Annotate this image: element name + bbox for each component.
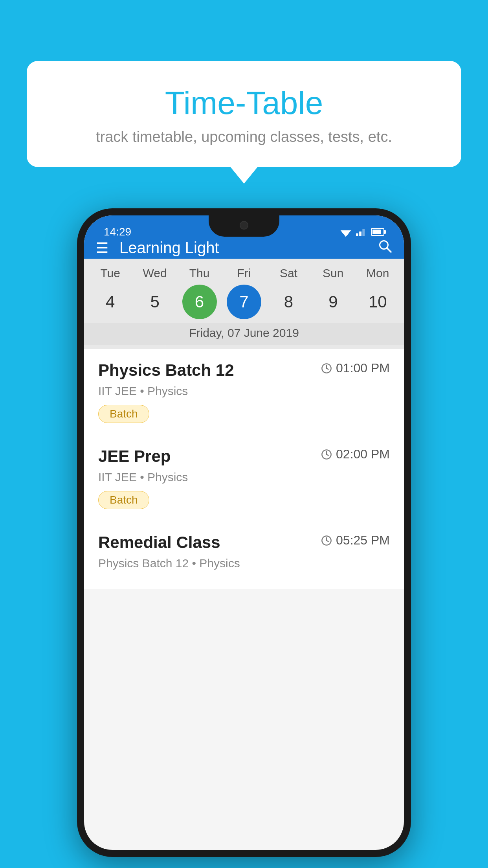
- status-bar: 14:29: [104, 223, 384, 241]
- clock-icon: [321, 535, 332, 546]
- svg-line-7: [387, 248, 391, 252]
- phone-screen: 14:29: [84, 215, 404, 850]
- svg-marker-2: [344, 234, 348, 237]
- date-7-selected[interactable]: 7: [227, 285, 261, 319]
- schedule-item-time: 01:00 PM: [321, 361, 390, 375]
- status-icons: [339, 227, 384, 237]
- date-9[interactable]: 9: [316, 285, 350, 319]
- date-5[interactable]: 5: [138, 285, 172, 319]
- schedule-item-meta: IIT JEE • Physics: [98, 471, 390, 484]
- clock-icon: [321, 363, 332, 374]
- date-4[interactable]: 4: [93, 285, 128, 319]
- svg-rect-5: [362, 229, 365, 236]
- svg-line-16: [327, 541, 328, 541]
- status-time: 14:29: [104, 226, 131, 238]
- list-item[interactable]: Physics Batch 12 01:00 PM IIT JEE • Phys…: [84, 349, 404, 435]
- app-title: Learning Light: [119, 239, 378, 257]
- phone-frame: 14:29: [77, 208, 411, 857]
- search-icon[interactable]: [378, 239, 392, 257]
- schedule-item-header: Physics Batch 12 01:00 PM: [98, 361, 390, 380]
- schedule-item-name: Remedial Class: [98, 533, 220, 552]
- week-dates: 4 5 6 7 8 9 10: [84, 285, 404, 319]
- week-days-header: Tue Wed Thu Fri Sat Sun Mon: [84, 267, 404, 280]
- speech-bubble: Time-Table track timetable, upcoming cla…: [27, 61, 461, 167]
- schedule-item-meta: IIT JEE • Physics: [98, 384, 390, 398]
- day-label-sat: Sat: [269, 267, 308, 280]
- svg-line-10: [327, 368, 328, 369]
- calendar-week: Tue Wed Thu Fri Sat Sun Mon 4 5 6 7 8 9 …: [84, 259, 404, 349]
- bubble-subtitle: track timetable, upcoming classes, tests…: [46, 129, 442, 145]
- list-item[interactable]: Remedial Class 05:25 PM Physics Batch 12…: [84, 521, 404, 589]
- schedule-item-time: 05:25 PM: [321, 533, 390, 548]
- schedule-list: Physics Batch 12 01:00 PM IIT JEE • Phys…: [84, 349, 404, 589]
- schedule-item-name: JEE Prep: [98, 447, 171, 466]
- svg-rect-3: [356, 234, 358, 236]
- schedule-item-meta: Physics Batch 12 • Physics: [98, 557, 390, 570]
- schedule-item-name: Physics Batch 12: [98, 361, 234, 380]
- day-label-thu: Thu: [180, 267, 219, 280]
- day-label-sun: Sun: [314, 267, 353, 280]
- date-8[interactable]: 8: [271, 285, 306, 319]
- batch-tag: Batch: [98, 491, 149, 509]
- signal-icon: [356, 227, 367, 237]
- day-label-fri: Fri: [224, 267, 264, 280]
- schedule-item-header: JEE Prep 02:00 PM: [98, 447, 390, 466]
- date-10[interactable]: 10: [360, 285, 395, 319]
- clock-icon: [321, 449, 332, 460]
- hamburger-icon[interactable]: ☰: [96, 241, 108, 255]
- batch-tag: Batch: [98, 405, 149, 423]
- svg-line-13: [327, 454, 328, 455]
- speech-bubble-container: Time-Table track timetable, upcoming cla…: [27, 61, 461, 167]
- day-label-mon: Mon: [358, 267, 397, 280]
- selected-date-label: Friday, 07 June 2019: [84, 323, 404, 345]
- schedule-item-header: Remedial Class 05:25 PM: [98, 533, 390, 552]
- day-label-wed: Wed: [135, 267, 174, 280]
- battery-icon: [371, 228, 384, 236]
- schedule-item-time: 02:00 PM: [321, 447, 390, 462]
- day-label-tue: Tue: [91, 267, 130, 280]
- svg-rect-4: [359, 232, 361, 236]
- date-6-today[interactable]: 6: [182, 285, 217, 319]
- list-item[interactable]: JEE Prep 02:00 PM IIT JEE • Physics Batc…: [84, 435, 404, 521]
- phone-mockup: 14:29: [77, 208, 411, 857]
- wifi-icon: [339, 227, 352, 237]
- bubble-title: Time-Table: [46, 85, 442, 121]
